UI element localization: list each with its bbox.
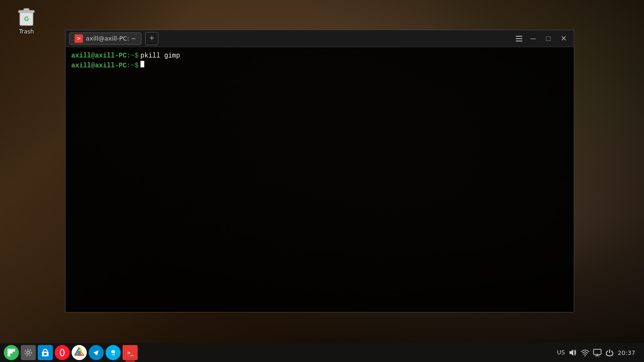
prompt-tilde-1: ~ [131, 51, 134, 61]
systray-volume-icon[interactable] [569, 348, 577, 357]
window-controls: ─ □ ✕ [527, 32, 570, 45]
prompt-cmd-1: pkill gimp [140, 51, 180, 61]
systray-clock: 20:37 [618, 349, 636, 356]
terminal-window: axill@axill-PC: ~ + ─ □ [65, 30, 574, 313]
svg-marker-19 [570, 349, 573, 356]
svg-point-7 [27, 351, 30, 354]
terminal-line-2: axill@axill-PC:~$ [71, 61, 568, 71]
terminal-cursor [140, 61, 144, 67]
terminal-tab-title: axill@axill-PC: ~ [86, 35, 136, 42]
svg-rect-2 [24, 8, 29, 11]
prompt-dollar-2: $ [134, 61, 138, 71]
taskbar-systray: US [557, 348, 640, 357]
taskbar-icon-telegram[interactable] [89, 345, 104, 360]
close-button[interactable]: ✕ [557, 32, 570, 45]
menu-icon [516, 36, 522, 41]
close-icon: ✕ [561, 34, 567, 43]
svg-text:>_: >_ [127, 350, 134, 356]
svg-rect-6 [12, 349, 15, 352]
prompt-user-2: axill@axill-PC [71, 61, 127, 71]
systray-power-icon[interactable] [605, 348, 614, 357]
taskbar-icon-chrome[interactable] [72, 345, 87, 360]
taskbar-icon-opera[interactable] [55, 345, 70, 360]
terminal-line-1: axill@axill-PC:~$ pkill gimp [71, 51, 568, 61]
svg-rect-21 [594, 349, 601, 354]
trash-icon[interactable]: ♻ Trash [10, 5, 42, 35]
svg-point-11 [58, 349, 66, 356]
terminal-menu-button[interactable] [512, 32, 526, 45]
maximize-icon: □ [546, 34, 551, 43]
prompt-tilde-2: ~ [131, 61, 134, 71]
maximize-button[interactable]: □ [542, 32, 555, 45]
taskbar-icon-terminal[interactable]: >_ [123, 345, 138, 360]
prompt-colon-2: : [127, 61, 131, 71]
taskbar-icon-settings[interactable] [21, 345, 36, 360]
svg-text:♻: ♻ [24, 15, 30, 23]
terminal-tab[interactable]: axill@axill-PC: ~ [69, 33, 141, 45]
taskbar-icon-manjaro[interactable] [4, 345, 19, 360]
minimize-button[interactable]: ─ [527, 32, 540, 45]
prompt-colon-1: : [127, 51, 131, 61]
taskbar-icon-store[interactable] [38, 345, 53, 360]
terminal-content[interactable]: axill@axill-PC:~$ pkill gimp axill@axill… [66, 47, 574, 312]
prompt-user-1: axill@axill-PC [71, 51, 127, 61]
terminal-titlebar: axill@axill-PC: ~ + ─ □ [66, 30, 574, 47]
systray-lang[interactable]: US [557, 349, 565, 356]
trash-icon-image: ♻ [15, 5, 38, 27]
svg-rect-10 [44, 353, 47, 355]
taskbar: >_ US [0, 343, 644, 362]
svg-point-20 [585, 355, 586, 356]
minimize-icon: ─ [530, 34, 536, 43]
add-tab-button[interactable]: + [145, 32, 158, 45]
systray-wifi-icon[interactable] [581, 348, 589, 357]
svg-point-8 [25, 349, 32, 356]
prompt-dollar-1: $ [134, 51, 138, 61]
taskbar-icon-skype[interactable] [106, 345, 121, 360]
trash-label: Trash [19, 28, 34, 35]
systray-display-icon[interactable] [593, 348, 602, 357]
terminal-tab-icon [74, 34, 83, 43]
taskbar-apps: >_ [4, 345, 557, 360]
